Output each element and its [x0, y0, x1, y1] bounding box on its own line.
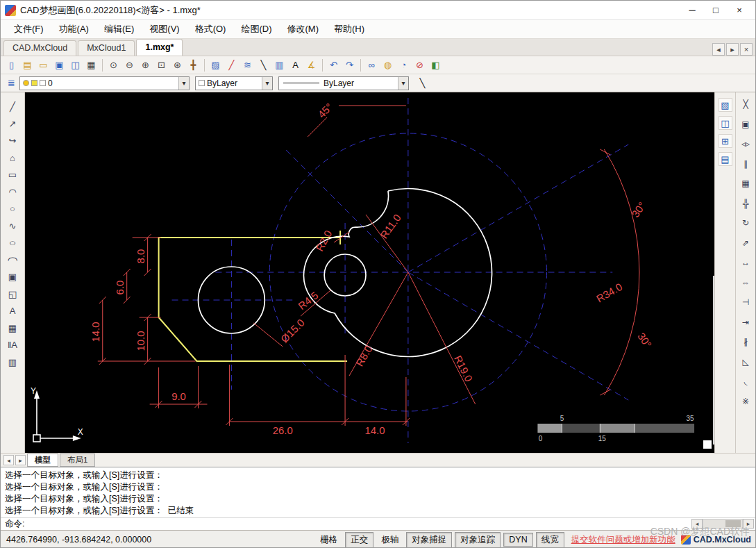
- dim-r2[interactable]: R2.0: [313, 228, 334, 253]
- copy-tool-icon[interactable]: ▣: [739, 118, 753, 132]
- dim-14-vert[interactable]: 14.0: [90, 322, 101, 342]
- menu-format[interactable]: 格式(O): [187, 21, 234, 38]
- color-select-dropdown-icon[interactable]: ▾: [262, 77, 272, 90]
- region-tool-icon[interactable]: ◱: [4, 287, 21, 301]
- dim-26[interactable]: 26.0: [273, 424, 293, 436]
- sheet-tab-model[interactable]: 模型: [27, 454, 58, 467]
- insert-block-tool-icon[interactable]: ▣: [4, 269, 21, 284]
- redraw-icon[interactable]: ▧: [719, 98, 732, 112]
- lengthen-tool-icon[interactable]: ⇔: [739, 276, 753, 290]
- spline-tool-icon[interactable]: ∿: [4, 219, 21, 233]
- zoom-previous-icon[interactable]: ⊙: [106, 58, 121, 72]
- menu-file[interactable]: 文件(F): [6, 21, 51, 38]
- layer-select-dropdown-icon[interactable]: ▾: [178, 77, 189, 90]
- scroll-thumb[interactable]: [725, 520, 741, 527]
- zoom-in-icon[interactable]: ⊕: [138, 58, 153, 72]
- dim-r19[interactable]: R19.0: [452, 354, 475, 383]
- diagonal-30-lower-centerline[interactable]: [408, 272, 628, 400]
- move-tool-icon[interactable]: ╬: [739, 197, 753, 211]
- regen-icon[interactable]: ◫: [719, 116, 732, 130]
- viewport-resize-grip[interactable]: [703, 440, 712, 449]
- rectangle-tool-icon[interactable]: ▭: [4, 167, 21, 182]
- chamfer-tool-icon[interactable]: ◺: [739, 356, 753, 370]
- save-as-icon[interactable]: ◫: [68, 58, 83, 72]
- array-tool-icon[interactable]: ▦: [739, 177, 753, 191]
- tab-scroll-right-icon[interactable]: ▸: [726, 43, 739, 56]
- draw-order-icon[interactable]: ▨: [208, 58, 223, 72]
- scale-tool-icon[interactable]: ⇗: [739, 237, 753, 251]
- polygon-tool-icon[interactable]: ⌂: [4, 151, 21, 165]
- circle-tool-icon[interactable]: ○: [4, 201, 21, 216]
- zoom-extents-icon[interactable]: ⊛: [170, 58, 185, 72]
- drawing-canvas[interactable]: 45° 30° 30° R2.0 R11.0 R4.5 Ø15.0 R8.0 R…: [25, 92, 714, 453]
- layer-select[interactable]: 0 ▾: [19, 76, 190, 90]
- sheet-tab-layout1[interactable]: 布局1: [60, 454, 95, 467]
- viewport-config-icon[interactable]: ▤: [719, 152, 732, 166]
- dim-8[interactable]: 8.0: [135, 249, 146, 264]
- doc-tab-mxcloud1[interactable]: MxCloud1: [78, 40, 135, 56]
- angle-measure-icon[interactable]: ∡: [304, 58, 319, 72]
- dim-angle-30-top[interactable]: 30°: [629, 200, 648, 219]
- web-icon[interactable]: ◍: [380, 58, 395, 72]
- scroll-track[interactable]: [703, 519, 743, 529]
- undo-icon[interactable]: ↶: [326, 58, 341, 72]
- color-select[interactable]: ByLayer ▾: [195, 76, 273, 90]
- feedback-link[interactable]: 提交软件问题或增加新功能: [571, 534, 675, 546]
- polyline-tool-icon[interactable]: ↪: [4, 133, 21, 148]
- hyperlink-icon[interactable]: ∞: [364, 58, 379, 72]
- scroll-right-icon[interactable]: ▸: [743, 519, 754, 529]
- dim-10[interactable]: 10.0: [135, 331, 146, 351]
- menu-edit[interactable]: 编辑(E): [96, 21, 142, 38]
- layers-manager-icon[interactable]: ≣: [4, 76, 19, 90]
- named-views-icon[interactable]: ⊞: [719, 134, 732, 148]
- doc-tab-cadmxcloud[interactable]: CAD.MxCloud: [3, 40, 76, 56]
- menu-view[interactable]: 视图(V): [142, 21, 187, 38]
- stretch-tool-icon[interactable]: ↔: [739, 256, 753, 270]
- scroll-left-icon[interactable]: ◂: [691, 519, 703, 529]
- dim-r34[interactable]: R34.0: [594, 281, 624, 305]
- menu-modify[interactable]: 修改(M): [279, 21, 326, 38]
- toggle-grid[interactable]: 栅格: [315, 533, 342, 547]
- stop-icon[interactable]: ⊘: [412, 58, 427, 72]
- command-history[interactable]: 选择一个目标对象，或输入[S]进行设置： 选择一个目标对象，或输入[S]进行设置…: [1, 467, 755, 517]
- menu-draw[interactable]: 绘图(D): [233, 21, 279, 38]
- doc-tab-1mxg-active[interactable]: 1.mxg*: [136, 39, 183, 56]
- offset-tool-icon[interactable]: ∥: [739, 158, 753, 172]
- mirror-tool-icon[interactable]: ◃▹: [739, 138, 753, 151]
- ellipse-arc-tool-icon[interactable]: ◠: [1, 253, 24, 267]
- linetype-select-dropdown-icon[interactable]: ▾: [398, 77, 408, 90]
- table-icon[interactable]: ▥: [272, 58, 287, 72]
- new-file-icon[interactable]: ▯: [4, 58, 19, 72]
- save-icon[interactable]: ▣: [52, 58, 67, 72]
- xline-tool-icon[interactable]: ↗: [4, 117, 21, 131]
- text-tool-icon[interactable]: A: [4, 304, 21, 318]
- zoom-out-icon[interactable]: ⊖: [122, 58, 137, 72]
- menu-help[interactable]: 帮助(H): [326, 21, 372, 38]
- dim-angle-45[interactable]: 45°: [315, 101, 335, 120]
- text-edit-icon[interactable]: A: [288, 58, 303, 72]
- hatch-tool-icon[interactable]: ▦: [4, 321, 21, 335]
- extend-tool-icon[interactable]: ⇥: [739, 316, 753, 330]
- plot-icon[interactable]: ▦: [84, 58, 99, 72]
- mtext-tool-icon[interactable]: ‖A: [4, 338, 21, 352]
- toggle-ortho[interactable]: 正交: [345, 532, 373, 548]
- dim-9[interactable]: 9.0: [171, 390, 186, 402]
- new-template-icon[interactable]: ▤: [20, 58, 35, 72]
- command-prompt[interactable]: 命令: ◂ ▸: [1, 517, 755, 530]
- paint-brush-icon[interactable]: ╲: [256, 58, 271, 72]
- fillet-tool-icon[interactable]: ◟: [739, 375, 753, 389]
- break-tool-icon[interactable]: ∦: [739, 335, 753, 349]
- pan-icon[interactable]: ╋: [186, 58, 201, 72]
- redo-icon[interactable]: ↷: [342, 58, 357, 72]
- edit-pencil-icon[interactable]: ╱: [224, 58, 239, 72]
- arc-tool-icon[interactable]: ◠: [4, 185, 21, 199]
- insert-image-icon[interactable]: ◧: [428, 58, 443, 72]
- dim-14-horiz[interactable]: 14.0: [364, 424, 385, 436]
- toggle-polar[interactable]: 极轴: [376, 533, 403, 547]
- sheet-prev-icon[interactable]: ◂: [3, 455, 14, 465]
- minimize-button[interactable]: ─: [680, 2, 704, 19]
- tab-close-icon[interactable]: ×: [740, 43, 753, 56]
- ellipse-tool-icon[interactable]: ○: [1, 235, 24, 250]
- toggle-osnap[interactable]: 对象捕捉: [406, 532, 452, 548]
- tab-scroll-left-icon[interactable]: ◂: [712, 43, 725, 56]
